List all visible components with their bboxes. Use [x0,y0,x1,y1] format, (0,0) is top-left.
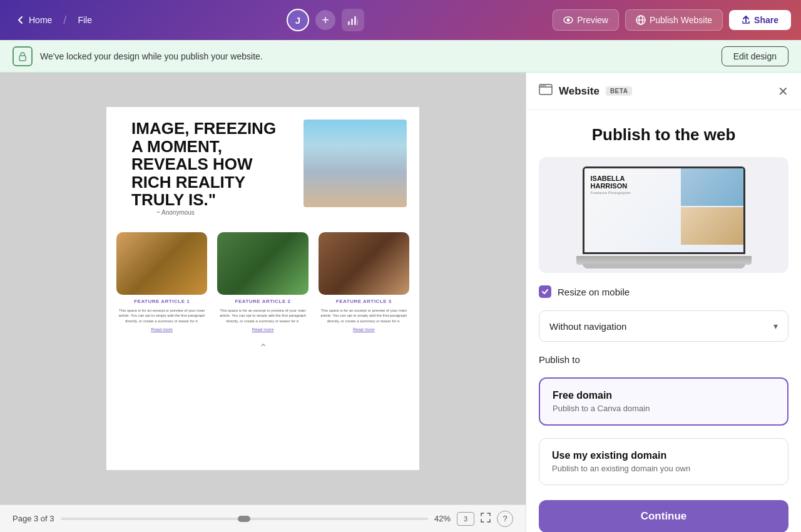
nav-left: Home / File [10,11,98,29]
nav-center: J + [106,9,545,31]
share-button[interactable]: Share [729,10,791,30]
read-more-3[interactable]: Read more [353,327,375,332]
navigation-dropdown-wrapper: Without navigation ▾ [539,310,788,342]
publish-website-button[interactable]: Publish Website [625,9,723,31]
free-domain-title: Free domain [553,390,775,401]
laptop-stand [583,263,745,269]
existing-domain-option[interactable]: Use my existing domain Publish to an exi… [539,438,788,485]
attribution-text: ~ Anonymous [131,209,291,221]
svg-rect-9 [19,56,26,61]
expand-button[interactable] [481,513,491,525]
article-title-3: FEATURE ARTICLE 3 [336,299,392,304]
svg-point-11 [541,85,542,86]
main-layout: IMAGE, FREEZING A MOMENT, REVEALS HOW RI… [0,73,801,532]
page-mock: IMAGE, FREEZING A MOMENT, REVEALS HOW RI… [106,107,419,470]
home-button[interactable]: Home [10,11,58,29]
panel-header: Website BETA ✕ [526,73,801,110]
quote-section: IMAGE, FREEZING A MOMENT, REVEALS HOW RI… [106,107,419,227]
canvas-content: IMAGE, FREEZING A MOMENT, REVEALS HOW RI… [0,73,526,504]
screen-name: ISABELLA HARRISON [591,175,675,190]
resize-label: Resize on mobile [558,287,630,297]
article-title-1: FEATURE ARTICLE 1 [134,299,190,304]
quote-image [304,120,407,207]
screen-top-image [681,168,743,206]
article-body-2: This space is for an excerpt or preview … [217,308,308,324]
chevron-down-icon: ▾ [773,321,778,331]
add-collaborator-button[interactable]: + [315,10,335,30]
share-icon [742,16,750,24]
existing-domain-title: Use my existing domain [552,450,775,461]
svg-point-12 [543,85,544,86]
article-card-2: FEATURE ARTICLE 2 This space is for an e… [217,232,308,332]
page-indicator: Page 3 of 3 [13,514,54,523]
screen-bottom-image [681,207,743,245]
nav-separator: / [63,14,66,27]
quote-text-container: IMAGE, FREEZING A MOMENT, REVEALS HOW RI… [131,120,291,221]
publish-to-section: Publish to [539,354,788,365]
svg-point-13 [544,85,546,86]
read-more-1[interactable]: Read more [151,327,173,332]
beta-badge: BETA [606,86,632,96]
publish-to-label: Publish to [539,354,788,365]
website-preview: ISABELLA HARRISON Freelance Photographer [539,157,788,273]
svg-rect-3 [357,19,358,25]
svg-rect-0 [348,21,350,25]
notification-bar: We've locked your design while you publi… [0,40,801,73]
scroll-thumb[interactable] [238,516,250,522]
publish-to-web-title: Publish to the web [539,125,788,145]
svg-point-5 [567,19,570,22]
zoom-level: 42% [434,514,451,523]
lock-icon [13,46,33,66]
checkmark-icon [541,288,549,295]
svg-rect-2 [354,16,356,25]
article-body-1: This space is for an excerpt or preview … [116,308,207,324]
continue-button[interactable]: Continue [539,500,788,532]
article-image-3 [319,232,409,295]
top-navigation: Home / File J + Preview [0,0,801,40]
canvas-area: IMAGE, FREEZING A MOMENT, REVEALS HOW RI… [0,73,526,532]
website-icon [539,83,553,100]
svg-rect-1 [351,19,353,25]
laptop-mockup: ISABELLA HARRISON Freelance Photographer [570,163,758,273]
panel-title: Website [559,85,599,98]
avatar[interactable]: J [287,9,309,31]
article-image-1 [116,232,207,295]
file-button[interactable]: File [71,11,98,29]
navigation-dropdown[interactable]: Without navigation ▾ [539,310,788,342]
article-card-3: FEATURE ARTICLE 3 This space is for an e… [319,232,409,332]
canvas-bottom-bar: Page 3 of 3 42% 3 ? [0,504,526,532]
article-body-3: This space is for an excerpt or preview … [319,308,409,324]
laptop-screen: ISABELLA HARRISON Freelance Photographer [583,166,745,254]
screen-subtitle: Freelance Photographer [591,191,675,195]
resize-checkbox[interactable] [539,285,551,298]
edit-design-button[interactable]: Edit design [722,46,788,66]
article-card-1: FEATURE ARTICLE 1 This space is for an e… [116,232,207,332]
existing-domain-desc: Publish to an existing domain you own [552,464,775,473]
resize-on-mobile-row: Resize on mobile [539,285,788,298]
back-icon [16,16,25,24]
preview-button[interactable]: Preview [553,9,619,31]
eye-icon [563,16,573,24]
panel-header-left: Website BETA [539,83,632,100]
article-title-2: FEATURE ARTICLE 2 [235,299,291,304]
page-number-badge[interactable]: 3 [457,512,474,526]
quote-text: IMAGE, FREEZING A MOMENT, REVEALS HOW RI… [131,120,291,209]
page-nav-hint: ⌃ [106,337,419,359]
article-image-2 [217,232,308,295]
read-more-2[interactable]: Read more [252,327,274,332]
publish-icon [636,15,646,25]
help-button[interactable]: ? [497,511,513,527]
free-domain-option[interactable]: Free domain Publish to a Canva domain [539,377,788,426]
panel-body: Publish to the web ISABELLA HARRISON Fre… [526,110,801,532]
publish-panel: Website BETA ✕ Publish to the web ISABEL… [526,73,801,532]
scroll-bar[interactable] [61,518,428,520]
chart-icon [347,15,359,25]
notification-text: We've locked your design while you publi… [40,51,714,61]
analytics-button[interactable] [342,9,364,31]
nav-right: Preview Publish Website Share [553,9,791,31]
articles-section: FEATURE ARTICLE 1 This space is for an e… [106,227,419,337]
free-domain-desc: Publish to a Canva domain [553,404,775,413]
expand-icon [481,513,491,523]
close-panel-button[interactable]: ✕ [778,85,788,98]
